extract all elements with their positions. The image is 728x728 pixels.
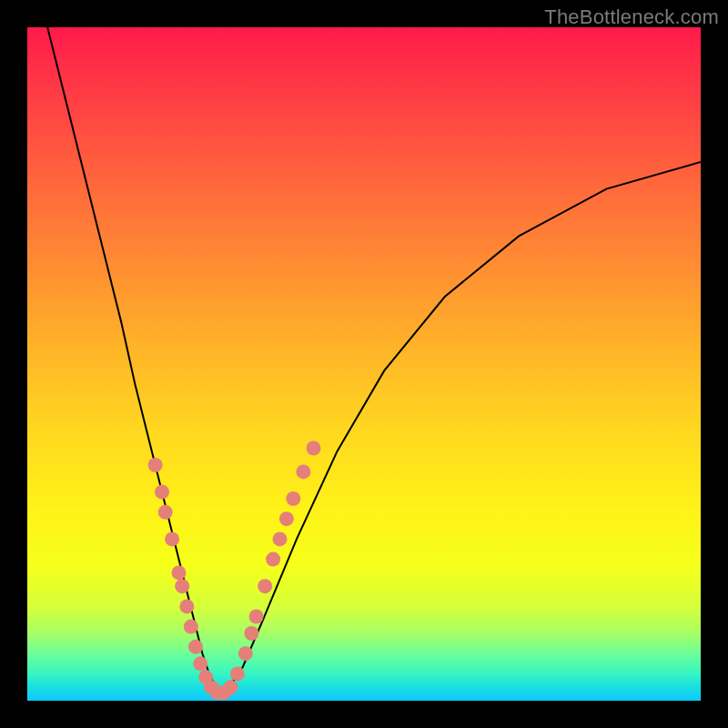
curve-marker (175, 579, 189, 593)
curve-marker (266, 552, 280, 567)
bottleneck-curve (47, 27, 701, 694)
curve-marker (249, 610, 264, 624)
curve-marker (188, 640, 203, 654)
curve-marker (155, 485, 169, 500)
curve-marker (184, 620, 198, 634)
curve-marker (172, 565, 187, 580)
curve-marker (238, 646, 253, 661)
curve-marker (158, 505, 173, 520)
curve-marker (307, 441, 321, 456)
curve-marker (273, 531, 288, 546)
chart-svg (27, 27, 701, 701)
curve-marker (296, 464, 310, 479)
curve-marker (279, 511, 294, 526)
curve-marker (286, 491, 300, 506)
curve-marker (230, 666, 245, 681)
curve-marker (258, 579, 272, 593)
plot-area (27, 27, 701, 701)
curve-marker (165, 531, 179, 546)
curve-marker (244, 626, 258, 641)
curve-marker (224, 680, 238, 694)
curve-marker (148, 458, 163, 472)
outer-frame: TheBottleneck.com (0, 0, 728, 728)
watermark-text: TheBottleneck.com (544, 5, 719, 29)
curve-marker (193, 656, 207, 671)
marker-group (148, 441, 321, 701)
curve-marker (179, 599, 194, 613)
